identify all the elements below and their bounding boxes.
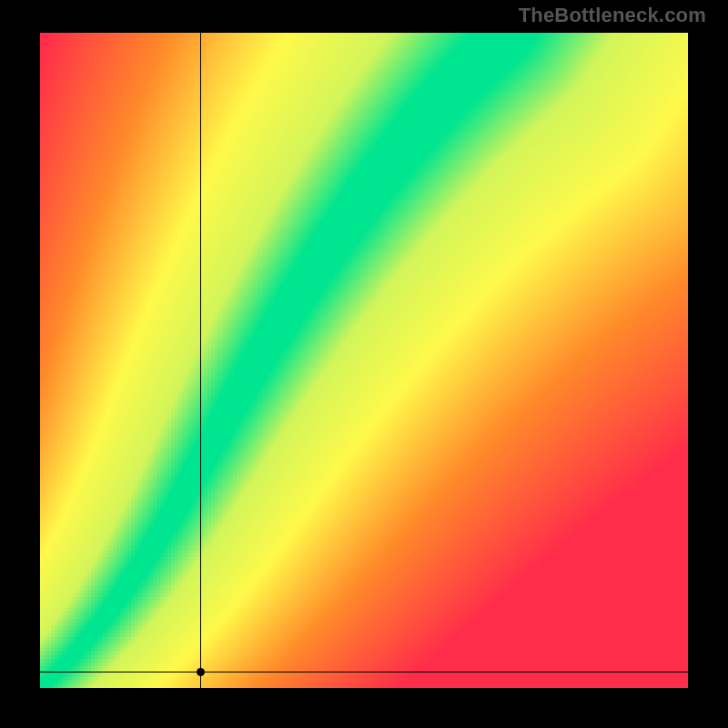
- plot-area: [40, 33, 688, 688]
- crosshair-dot: [197, 668, 205, 676]
- crosshair-vertical: [200, 33, 201, 688]
- crosshair-horizontal: [40, 672, 688, 672]
- watermark-text: TheBottleneck.com: [519, 4, 706, 27]
- heatmap-canvas: [40, 33, 688, 688]
- outer-frame: TheBottleneck.com: [0, 0, 728, 728]
